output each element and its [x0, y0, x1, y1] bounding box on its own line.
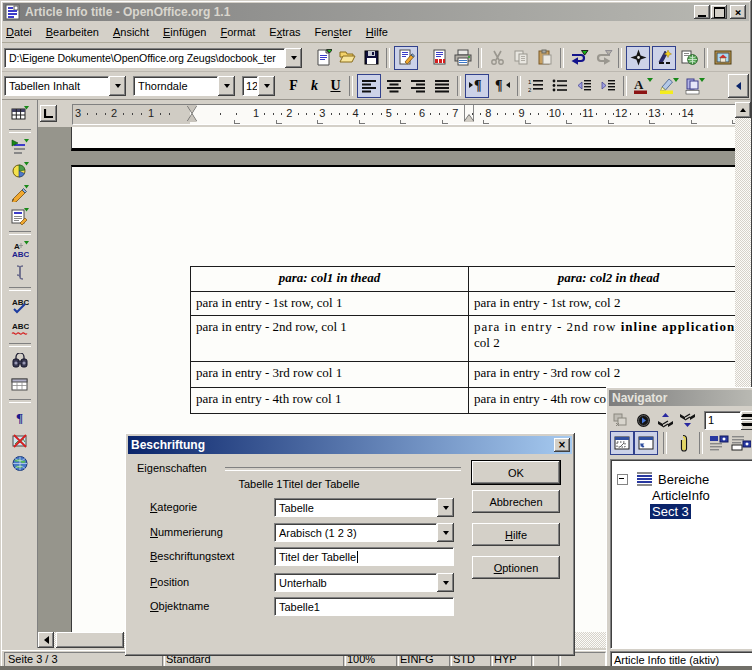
open-button[interactable]	[335, 46, 359, 70]
font-name-input[interactable]: Thorndale	[133, 76, 218, 96]
tree-item-sect3[interactable]: Sect 3	[617, 503, 691, 519]
close-button[interactable]: ×	[730, 5, 746, 19]
spin-up-icon[interactable]	[741, 411, 752, 421]
indent-marker[interactable]	[187, 105, 198, 122]
text-input[interactable]: Titel der Tabelle	[274, 547, 454, 566]
bullets-button[interactable]	[548, 74, 572, 98]
decrease-indent-button[interactable]	[572, 74, 596, 98]
navigator-button[interactable]	[626, 46, 650, 70]
combo-value[interactable]: Tabelle	[274, 498, 437, 517]
text-input[interactable]: Tabelle1	[274, 597, 454, 616]
table-cell[interactable]: para in entry - 2nd row, col 1	[191, 316, 469, 361]
spellcheck-button[interactable]: ABC	[8, 294, 32, 317]
nav-content-view-button[interactable]	[610, 431, 634, 455]
url-combobox[interactable]: D:\Eigene Dokumente\OpenOffice.org Zeugs…	[4, 48, 302, 68]
navigator-tree[interactable]: BereicheArticleInfoSect 3	[610, 459, 752, 649]
numbering-button[interactable]: 1 2	[524, 74, 548, 98]
table-cell[interactable]: para in entry - 3rd row col 2	[469, 362, 735, 387]
increase-indent-button[interactable]	[596, 74, 620, 98]
nav-toggle-root-button[interactable]	[634, 431, 658, 455]
navigator-title-bar[interactable]: Navigator	[609, 390, 752, 406]
table-header-cell[interactable]: para: col1 in thead	[191, 267, 469, 291]
dialog-title-bar[interactable]: Beschriftung	[128, 436, 572, 454]
redo-button[interactable]	[591, 46, 615, 70]
font-name-combobox[interactable]: Thorndale	[133, 76, 235, 96]
font-size-dropdown-button[interactable]	[258, 76, 275, 96]
autotext-button[interactable]: A ABC	[8, 238, 32, 261]
hilfe-button[interactable]: Hilfe	[472, 523, 560, 546]
menu-bearbeiten[interactable]: Bearbeiten	[39, 23, 106, 41]
dialog-field-kategorie[interactable]: Tabelle	[274, 498, 454, 517]
align-right-button[interactable]	[406, 74, 430, 98]
table-cell[interactable]: para in entry - 1st row, col 1	[191, 292, 469, 315]
nav-page-spin-buttons[interactable]	[741, 411, 752, 430]
autospellcheck-button[interactable]: ABC	[8, 317, 32, 340]
gallery-button[interactable]	[711, 46, 735, 70]
tree-expander-icon[interactable]	[617, 474, 628, 485]
optionen-button[interactable]: Optionen	[472, 556, 560, 579]
nav-next-page-button[interactable]	[676, 409, 698, 431]
font-size-combobox[interactable]: 12	[242, 76, 275, 96]
toolbar-more-button[interactable]	[728, 74, 749, 98]
table-header-cell[interactable]: para: col2 in thead	[469, 267, 735, 291]
ltr-paragraph-button[interactable]: ¶	[465, 74, 489, 98]
dropdown-button[interactable]	[437, 523, 454, 542]
paragraph-style-input[interactable]: Tabellen Inhalt	[4, 76, 109, 96]
bold-button[interactable]: F	[283, 74, 304, 98]
dialog-field-nummerierung[interactable]: Arabisch (1 2 3)	[274, 523, 454, 542]
horizontal-ruler[interactable]: 3211234567891011121314	[72, 104, 737, 125]
url-input[interactable]: D:\Eigene Dokumente\OpenOffice.org Zeugs…	[4, 48, 285, 68]
font-name-dropdown-button[interactable]	[218, 76, 235, 96]
tree-item-label[interactable]: ArticleInfo	[650, 488, 712, 503]
align-center-button[interactable]	[382, 74, 406, 98]
nav-page-spinbox[interactable]: 1	[704, 411, 752, 430]
table-cell[interactable]: para in entry - 1st row, col 2	[469, 292, 735, 315]
rtl-paragraph-button[interactable]: ¶	[490, 74, 514, 98]
insert-fields-button[interactable]	[8, 136, 32, 159]
online-layout-button[interactable]	[8, 452, 32, 475]
draw-functions-button[interactable]	[8, 182, 32, 205]
copy-button[interactable]	[509, 46, 533, 70]
minimize-button[interactable]	[694, 5, 710, 19]
form-functions-button[interactable]	[8, 205, 32, 228]
paste-button[interactable]	[533, 46, 557, 70]
insert-table-button[interactable]	[8, 103, 32, 126]
align-left-button[interactable]	[357, 74, 381, 98]
dialog-close-button[interactable]: ×	[554, 438, 570, 452]
hyperlink-button[interactable]	[677, 46, 701, 70]
nav-set-reminder-button[interactable]	[672, 432, 694, 454]
nav-previous-page-button[interactable]	[654, 409, 676, 431]
abbrechen-button[interactable]: Abbrechen	[472, 490, 560, 513]
combo-value[interactable]: Arabisch (1 2 3)	[274, 523, 437, 542]
italic-button[interactable]: k	[304, 74, 325, 98]
direct-cursor-button[interactable]	[8, 261, 32, 284]
menu-datei[interactable]: Datei	[2, 23, 39, 41]
menu-hilfe[interactable]: Hilfe	[359, 23, 395, 41]
paragraph-style-combobox[interactable]: Tabellen Inhalt	[4, 76, 126, 96]
insert-object-button[interactable]	[8, 159, 32, 182]
tree-item-label[interactable]: Sect 3	[650, 504, 691, 519]
nonprinting-characters-button[interactable]: ¶	[8, 406, 32, 429]
tree-item-label[interactable]: Bereiche	[656, 472, 711, 487]
table-cell[interactable]: para in entry - 4th row col 1	[191, 388, 469, 413]
maximize-button[interactable]	[711, 5, 727, 19]
tab-selector-button[interactable]	[40, 105, 57, 122]
menu-ansicht[interactable]: Ansicht	[106, 23, 156, 41]
spin-down-icon[interactable]	[741, 420, 752, 430]
combo-value[interactable]: Unterhalb	[274, 573, 437, 592]
menu-extras[interactable]: Extras	[262, 23, 307, 41]
nav-page-input[interactable]: 1	[704, 411, 741, 430]
undo-button[interactable]	[567, 46, 591, 70]
paragraph-style-dropdown-button[interactable]	[109, 76, 126, 96]
table-cell[interactable]: para in entry - 2nd row inline applicati…	[469, 316, 735, 361]
save-button[interactable]	[359, 46, 383, 70]
nav-footer-button[interactable]	[730, 432, 752, 454]
edit-file-button[interactable]	[394, 46, 418, 70]
dropdown-button[interactable]	[437, 498, 454, 517]
highlighting-button[interactable]	[656, 74, 682, 98]
dialog-field-beschriftungstext[interactable]: Titel der Tabelle	[274, 547, 454, 566]
horizontal-scrollbar-thumb[interactable]	[56, 632, 124, 648]
url-dropdown-button[interactable]	[285, 48, 302, 68]
stylist-button[interactable]	[652, 46, 676, 70]
column-divider-marker[interactable]	[463, 105, 475, 122]
